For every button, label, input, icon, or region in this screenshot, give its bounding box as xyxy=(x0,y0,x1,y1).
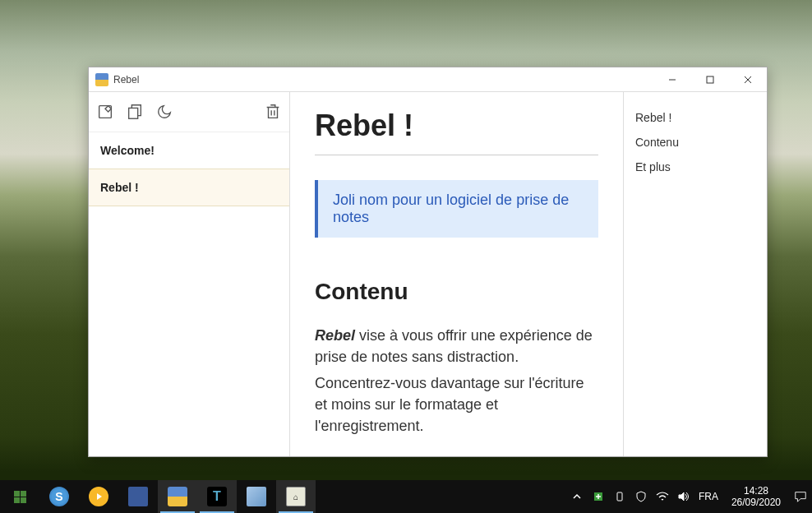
note-item[interactable]: Welcome! xyxy=(89,132,289,169)
new-note-icon[interactable] xyxy=(95,102,115,122)
maximize-button[interactable] xyxy=(691,67,729,91)
dark-mode-icon[interactable] xyxy=(155,102,174,122)
note-content[interactable]: Rebel ! Joli nom pour un logiciel de pri… xyxy=(290,92,623,456)
tray-time: 14:28 xyxy=(731,485,781,497)
paragraph: Rebel vise à vous offrir une expérience … xyxy=(315,325,598,367)
app-window: Rebel xyxy=(88,67,768,457)
taskbar-app-3[interactable] xyxy=(118,480,158,513)
tray-datetime[interactable]: 14:28 26/09/2020 xyxy=(727,485,786,509)
tray-device-icon[interactable] xyxy=(613,490,626,503)
taskbar-app-1[interactable]: S xyxy=(39,480,79,513)
tray-volume-icon[interactable] xyxy=(677,490,690,503)
divider xyxy=(315,155,598,155)
note-title: Rebel ! xyxy=(315,109,598,143)
copy-icon[interactable] xyxy=(125,102,145,122)
tray-security-icon[interactable] xyxy=(634,490,648,503)
taskbar-items: S T ⌂ xyxy=(39,480,316,513)
app-icon xyxy=(95,73,108,86)
app-body: Welcome! Rebel ! Rebel ! Joli nom pour u… xyxy=(89,92,767,456)
tray-update-icon[interactable] xyxy=(592,490,605,503)
taskbar: S T ⌂ xyxy=(0,480,812,513)
taskbar-app-2[interactable] xyxy=(79,480,118,513)
tray-chevron-up-icon[interactable] xyxy=(570,490,584,503)
tray-date: 26/09/2020 xyxy=(731,497,781,508)
outline-panel: Rebel ! Contenu Et plus xyxy=(623,92,767,456)
outline-item[interactable]: Contenu xyxy=(635,130,755,155)
windows-logo-icon xyxy=(14,491,26,503)
start-button[interactable] xyxy=(0,480,39,513)
svg-rect-7 xyxy=(617,492,622,501)
note-item-selected[interactable]: Rebel ! xyxy=(89,169,289,206)
taskbar-app-7[interactable]: ⌂ xyxy=(276,480,316,513)
taskbar-app-5[interactable]: T xyxy=(197,480,237,513)
titlebar: Rebel xyxy=(89,67,767,92)
sidebar: Welcome! Rebel ! xyxy=(89,92,290,456)
emphasis: Rebel xyxy=(315,327,355,344)
section-heading: Contenu xyxy=(315,279,598,305)
system-tray: FRA 14:28 26/09/2020 xyxy=(570,480,812,513)
tray-action-center-icon[interactable] xyxy=(794,490,807,503)
svg-rect-5 xyxy=(129,108,138,118)
paragraph: Concentrez-vous davantage sur l'écriture… xyxy=(315,372,598,437)
minimize-button[interactable] xyxy=(653,67,691,91)
close-button[interactable] xyxy=(729,67,767,91)
toolbar xyxy=(89,92,289,132)
window-title: Rebel xyxy=(113,74,653,86)
tray-language[interactable]: FRA xyxy=(699,491,718,502)
trash-icon[interactable] xyxy=(263,102,283,122)
taskbar-app-6[interactable] xyxy=(237,480,276,513)
taskbar-app-rebel[interactable] xyxy=(158,480,197,513)
window-controls xyxy=(653,67,767,91)
outline-item[interactable]: Et plus xyxy=(635,155,755,179)
tray-wifi-icon[interactable] xyxy=(656,490,669,503)
svg-rect-1 xyxy=(707,76,713,83)
blockquote: Joli nom pour un logiciel de prise de no… xyxy=(315,180,598,238)
outline-item[interactable]: Rebel ! xyxy=(635,105,755,130)
